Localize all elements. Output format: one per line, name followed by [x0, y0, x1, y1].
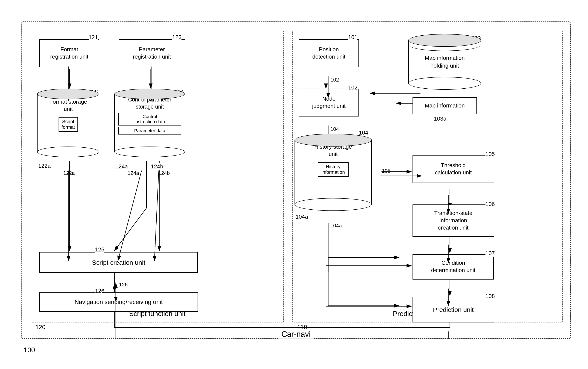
script-function-box: Script function unit 120 — [31, 31, 284, 322]
label-104a: 104a — [296, 214, 308, 220]
position-detection-unit: Position detection unit — [299, 39, 359, 67]
diagram-container: Script function unit 120 Prediction func… — [9, 9, 579, 356]
label-101: 101 — [348, 34, 357, 41]
carnavi-label: Car-navi — [279, 330, 313, 339]
label-126: 126 — [95, 288, 104, 294]
label-123: 123 — [172, 34, 182, 41]
label-103a: 103a — [434, 115, 446, 122]
parameter-registration-unit: Parameter registration unit — [119, 39, 185, 67]
condition-determination-unit: Condition determination unit — [413, 254, 494, 279]
label-125: 125 — [95, 246, 104, 253]
format-registration-unit: Format registration unit — [39, 39, 99, 67]
label-106: 106 — [486, 201, 495, 207]
map-information-box: Map information — [413, 97, 477, 114]
outer-box-100: Script function unit 120 Prediction func… — [21, 21, 571, 339]
label-104: 104 — [359, 129, 368, 136]
label-124b: 124b — [151, 163, 163, 170]
label-108: 108 — [486, 293, 495, 299]
history-storage-cylinder: History storageunit Historyinformation — [294, 134, 372, 215]
label-107: 107 — [486, 250, 495, 256]
label-124a: 124a — [115, 163, 128, 170]
label-120: 120 — [35, 324, 45, 331]
label-122a: 122a — [38, 163, 51, 169]
node-judgment-unit: Node judgment unit — [299, 89, 359, 116]
navigation-unit: Navigation sending/receiving unit — [39, 292, 198, 312]
format-storage-cylinder: Format storageunit Scriptformat — [37, 89, 99, 162]
label-105: 105 — [486, 151, 495, 157]
transition-state-unit: Transition-state information creation un… — [413, 205, 494, 237]
prediction-unit: Prediction unit — [413, 297, 494, 322]
label-102: 102 — [348, 84, 357, 91]
script-creation-unit: Script creation unit — [39, 252, 198, 273]
threshold-calc-unit: Threshold calculation unit — [413, 155, 494, 183]
label-121: 121 — [89, 34, 98, 41]
control-parameter-cylinder: Control parameterstorage unit Controlins… — [114, 89, 185, 162]
map-info-holding-drum: Map informationholding unit — [408, 34, 481, 94]
label-100: 100 — [24, 346, 35, 354]
